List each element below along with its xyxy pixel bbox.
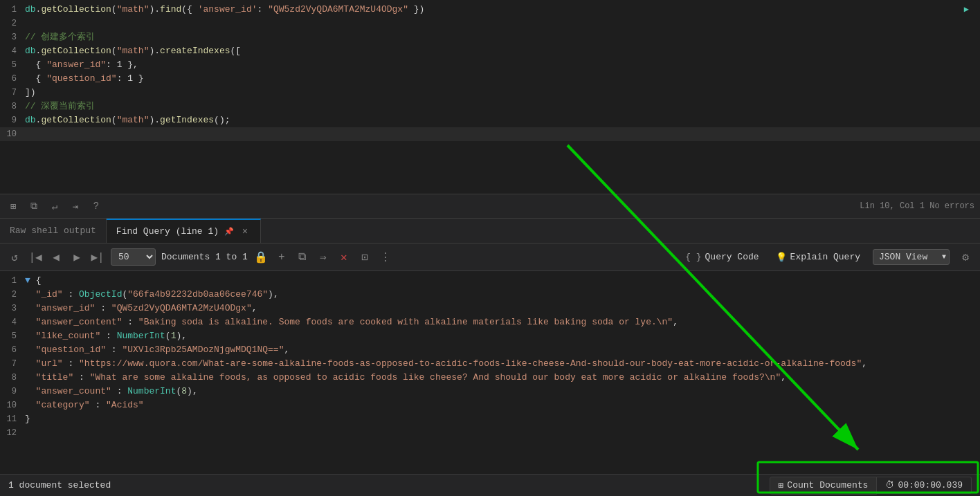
count-documents-wrapper: ⊞ Count Documents ⏱ 00:00:00.039 xyxy=(770,477,972,495)
timer-display: ⏱ 00:00:00.039 xyxy=(877,477,972,494)
clone-icon[interactable]: ⧉ xyxy=(295,250,310,265)
docs-label: Documents 1 to 1 xyxy=(161,252,248,262)
filter-icon[interactable]: ⊡ xyxy=(357,250,372,265)
code-line-8: 8 // 深覆当前索引 xyxy=(0,100,980,113)
count-documents-button[interactable]: ⊞ Count Documents xyxy=(770,477,878,495)
tab-raw-shell-label: Raw shell output xyxy=(10,226,96,236)
wrap-icon[interactable]: ↵ xyxy=(47,199,62,214)
view-select-wrapper: JSON View Table View List View ▼ xyxy=(873,249,950,265)
code-line-6: 6 { "question_id": 1 } xyxy=(0,72,980,86)
editor-status: Lin 10, Col 1 No errors xyxy=(860,201,974,211)
code-line-9: 9 db.getCollection("math").getIndexes(); xyxy=(0,113,980,127)
result-line-1: 1 ▼ { xyxy=(0,274,980,288)
results-area[interactable]: 1 ▼ { 2 "_id" : ObjectId("66fa4b92232db0… xyxy=(0,271,980,474)
timer-value: 00:00:00.039 xyxy=(898,480,963,490)
view-select[interactable]: JSON View Table View List View xyxy=(873,249,950,265)
limit-select[interactable]: 50 100 200 xyxy=(111,248,156,266)
tab-find-query[interactable]: Find Query (line 1) 📌 × xyxy=(107,219,261,243)
nav-first-button[interactable]: |◀ xyxy=(28,250,43,265)
lock-icon[interactable]: 🔒 xyxy=(253,250,269,265)
explain-query-label: Explain Query xyxy=(790,252,860,262)
explain-query-icon: 💡 xyxy=(776,252,787,263)
settings-icon[interactable]: ⚙ xyxy=(958,250,973,265)
result-line-4: 4 "answer_content" : "Baking soda is alk… xyxy=(0,315,980,329)
nav-last-button[interactable]: ▶| xyxy=(90,250,105,265)
count-documents-label: Count Documents xyxy=(787,480,868,490)
result-line-2: 2 "_id" : ObjectId("66fa4b92232db0aa06ce… xyxy=(0,288,980,302)
refresh-button[interactable]: ↺ xyxy=(7,250,22,265)
tabs-bar: Raw shell output Find Query (line 1) 📌 × xyxy=(0,219,980,244)
tab-close-button[interactable]: × xyxy=(239,226,251,237)
results-toolbar: ↺ |◀ ◀ ▶ ▶| 50 100 200 Documents 1 to 1 … xyxy=(0,244,980,271)
status-bar: 1 document selected ⊞ Count Documents ⏱ … xyxy=(0,474,980,496)
help-icon[interactable]: ? xyxy=(89,199,104,214)
code-line-1: 1 db.getCollection("math").find({ 'answe… xyxy=(0,3,980,17)
tab-raw-shell[interactable]: Raw shell output xyxy=(0,219,107,243)
copy-icon[interactable]: ⧉ xyxy=(26,199,42,214)
tab-pin-icon[interactable]: 📌 xyxy=(224,227,234,236)
editor-toolbar: ⊞ ⧉ ↵ ⇥ ? Lin 10, Col 1 No errors xyxy=(0,194,980,219)
result-line-3: 3 "answer_id" : "QW5zd2VyQDA6MTA2MzU4ODg… xyxy=(0,302,980,315)
status-right: ⊞ Count Documents ⏱ 00:00:00.039 xyxy=(770,477,972,495)
run-indicator: ▶ xyxy=(964,3,974,17)
result-line-9: 9 "answer_count" : NumberInt(8), xyxy=(0,385,980,398)
code-line-10: 10 xyxy=(0,127,980,141)
code-lines: 1 db.getCollection("math").find({ 'answe… xyxy=(0,0,980,144)
query-code-icon: { } xyxy=(685,252,701,262)
count-icon: ⊞ xyxy=(779,480,784,491)
results-toolbar-right: { } Query Code 💡 Explain Query JSON View… xyxy=(681,249,973,265)
timer-icon: ⏱ xyxy=(885,480,894,490)
result-line-11: 11 } xyxy=(0,412,980,426)
code-line-3: 3 // 创建多个索引 xyxy=(0,30,980,44)
code-line-7: 7 ]) xyxy=(0,86,980,100)
result-line-8: 8 "title" : "What are some alkaline food… xyxy=(0,371,980,385)
explain-query-button[interactable]: 💡 Explain Query xyxy=(772,250,864,265)
code-line-5: 5 { "answer_id": 1 }, xyxy=(0,58,980,72)
code-line-2: 2 xyxy=(0,17,980,30)
result-line-7: 7 "url" : "https://www.quora.com/What-ar… xyxy=(0,357,980,371)
code-line-4: 4 db.getCollection("math").createIndexes… xyxy=(0,44,980,58)
code-editor: 1 db.getCollection("math").find({ 'answe… xyxy=(0,0,980,194)
columns-icon[interactable]: ⋮ xyxy=(378,250,393,265)
tab-find-query-label: Find Query (line 1) xyxy=(116,226,219,237)
add-doc-icon[interactable]: + xyxy=(274,250,289,265)
indent-icon[interactable]: ⇥ xyxy=(68,199,83,214)
query-code-label: Query Code xyxy=(705,252,759,262)
result-line-12: 12 xyxy=(0,426,980,440)
result-line-10: 10 "category" : "Acids" xyxy=(0,398,980,412)
query-code-button[interactable]: { } Query Code xyxy=(681,250,763,264)
result-line-6: 6 "question_id" : "UXVlc3Rpb25AMDozNjgwM… xyxy=(0,343,980,357)
grid-icon[interactable]: ⊞ xyxy=(6,199,21,214)
nav-next-button[interactable]: ▶ xyxy=(69,250,84,265)
status-doc-count: 1 document selected xyxy=(8,480,111,490)
nav-prev-button[interactable]: ◀ xyxy=(48,250,64,265)
export-icon[interactable]: ⇒ xyxy=(316,250,331,265)
result-line-5: 5 "like_count" : NumberInt(1), xyxy=(0,329,980,343)
delete-icon[interactable]: ✕ xyxy=(336,250,352,265)
